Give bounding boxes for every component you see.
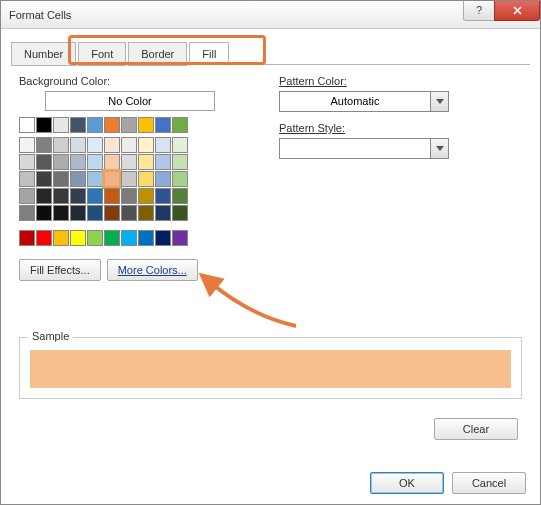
close-button[interactable] bbox=[494, 1, 540, 21]
color-swatch[interactable] bbox=[87, 137, 103, 153]
color-swatch[interactable] bbox=[53, 154, 69, 170]
more-colors-button[interactable]: More Colors... bbox=[107, 259, 198, 281]
color-swatch[interactable] bbox=[121, 171, 137, 187]
pattern-style-value bbox=[280, 139, 430, 158]
color-swatch[interactable] bbox=[53, 205, 69, 221]
color-swatch[interactable] bbox=[87, 205, 103, 221]
help-icon: ? bbox=[474, 6, 484, 16]
color-swatch[interactable] bbox=[121, 154, 137, 170]
color-swatch[interactable] bbox=[87, 117, 103, 133]
color-swatch[interactable] bbox=[172, 137, 188, 153]
titlebar: Format Cells ? bbox=[1, 1, 540, 29]
color-swatch[interactable] bbox=[172, 205, 188, 221]
color-swatch[interactable] bbox=[36, 154, 52, 170]
color-swatch[interactable] bbox=[87, 230, 103, 246]
color-swatch[interactable] bbox=[70, 188, 86, 204]
color-swatch[interactable] bbox=[36, 137, 52, 153]
color-swatch[interactable] bbox=[138, 117, 154, 133]
color-swatch[interactable] bbox=[155, 171, 171, 187]
no-color-button[interactable]: No Color bbox=[45, 91, 215, 111]
color-swatch[interactable] bbox=[138, 188, 154, 204]
color-swatch[interactable] bbox=[53, 188, 69, 204]
help-button[interactable]: ? bbox=[463, 1, 495, 21]
color-swatch[interactable] bbox=[172, 171, 188, 187]
color-swatch[interactable] bbox=[104, 117, 120, 133]
cancel-button[interactable]: Cancel bbox=[452, 472, 526, 494]
color-swatch[interactable] bbox=[155, 154, 171, 170]
pattern-style-dropdown[interactable] bbox=[279, 138, 449, 159]
sample-label: Sample bbox=[28, 330, 73, 342]
pattern-color-dropdown[interactable]: Automatic bbox=[279, 91, 449, 112]
color-swatch[interactable] bbox=[138, 171, 154, 187]
color-swatch[interactable] bbox=[70, 205, 86, 221]
color-swatch[interactable] bbox=[172, 154, 188, 170]
color-swatch[interactable] bbox=[138, 154, 154, 170]
color-swatch[interactable] bbox=[70, 230, 86, 246]
color-swatch[interactable] bbox=[19, 154, 35, 170]
color-swatch[interactable] bbox=[172, 230, 188, 246]
tab-strip: Number Font Border Fill bbox=[11, 41, 530, 65]
color-swatch[interactable] bbox=[155, 205, 171, 221]
annotation-arrow bbox=[196, 271, 306, 341]
pattern-style-label: Pattern Style: bbox=[279, 122, 522, 134]
color-swatch[interactable] bbox=[36, 230, 52, 246]
color-swatch[interactable] bbox=[121, 137, 137, 153]
color-swatch[interactable] bbox=[19, 188, 35, 204]
color-swatch[interactable] bbox=[19, 137, 35, 153]
color-swatch[interactable] bbox=[104, 188, 120, 204]
color-swatch[interactable] bbox=[155, 230, 171, 246]
color-swatch[interactable] bbox=[87, 171, 103, 187]
color-swatch[interactable] bbox=[172, 117, 188, 133]
color-swatch[interactable] bbox=[155, 188, 171, 204]
color-swatch[interactable] bbox=[70, 171, 86, 187]
clear-button[interactable]: Clear bbox=[434, 418, 518, 440]
color-swatch[interactable] bbox=[104, 137, 120, 153]
format-cells-dialog: Format Cells ? Number Font Border Fill B… bbox=[0, 0, 541, 505]
color-swatch[interactable] bbox=[87, 154, 103, 170]
color-swatch[interactable] bbox=[104, 154, 120, 170]
color-swatch[interactable] bbox=[36, 117, 52, 133]
svg-text:?: ? bbox=[476, 6, 482, 16]
window-title: Format Cells bbox=[9, 9, 71, 21]
color-swatch[interactable] bbox=[70, 154, 86, 170]
sample-group: Sample bbox=[19, 337, 522, 399]
color-swatch[interactable] bbox=[121, 188, 137, 204]
fill-effects-button[interactable]: Fill Effects... bbox=[19, 259, 101, 281]
color-swatch[interactable] bbox=[70, 117, 86, 133]
ok-button[interactable]: OK bbox=[370, 472, 444, 494]
color-swatch[interactable] bbox=[36, 205, 52, 221]
tab-border[interactable]: Border bbox=[128, 42, 187, 66]
color-swatch[interactable] bbox=[138, 205, 154, 221]
color-swatch[interactable] bbox=[121, 117, 137, 133]
sample-swatch bbox=[30, 350, 511, 388]
tab-font[interactable]: Font bbox=[78, 42, 126, 66]
color-swatch[interactable] bbox=[155, 117, 171, 133]
tab-fill[interactable]: Fill bbox=[189, 42, 229, 66]
chevron-down-icon bbox=[430, 139, 448, 158]
background-color-section: Background Color: No Color Fill Effects.… bbox=[19, 75, 259, 281]
color-swatch[interactable] bbox=[104, 230, 120, 246]
dialog-footer: OK Cancel bbox=[370, 472, 526, 494]
close-icon bbox=[512, 5, 523, 16]
color-swatch[interactable] bbox=[138, 230, 154, 246]
tab-number[interactable]: Number bbox=[11, 42, 76, 66]
color-swatch[interactable] bbox=[138, 137, 154, 153]
color-swatch[interactable] bbox=[19, 171, 35, 187]
color-swatch[interactable] bbox=[155, 137, 171, 153]
color-swatch[interactable] bbox=[172, 188, 188, 204]
color-swatch[interactable] bbox=[121, 230, 137, 246]
color-swatch[interactable] bbox=[121, 205, 137, 221]
color-swatch[interactable] bbox=[53, 137, 69, 153]
color-swatch[interactable] bbox=[19, 205, 35, 221]
color-swatch[interactable] bbox=[36, 171, 52, 187]
color-swatch[interactable] bbox=[104, 205, 120, 221]
color-swatch[interactable] bbox=[53, 230, 69, 246]
color-swatch[interactable] bbox=[104, 171, 120, 187]
color-swatch[interactable] bbox=[19, 230, 35, 246]
color-swatch[interactable] bbox=[87, 188, 103, 204]
color-swatch[interactable] bbox=[53, 171, 69, 187]
color-swatch[interactable] bbox=[53, 117, 69, 133]
color-swatch[interactable] bbox=[36, 188, 52, 204]
color-swatch[interactable] bbox=[70, 137, 86, 153]
color-swatch[interactable] bbox=[19, 117, 35, 133]
